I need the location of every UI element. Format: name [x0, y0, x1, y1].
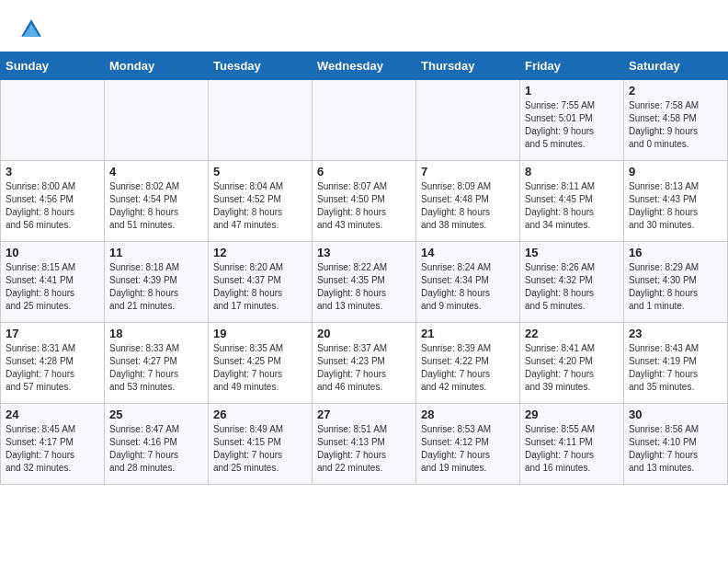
- day-number: 18: [109, 327, 203, 340]
- day-info: Sunrise: 8:04 AM Sunset: 4:52 PM Dayligh…: [213, 180, 307, 232]
- weekday-header-tuesday: Tuesday: [209, 52, 313, 80]
- day-info: Sunrise: 8:07 AM Sunset: 4:50 PM Dayligh…: [317, 180, 411, 232]
- logo-icon: [18, 17, 44, 42]
- day-number: 13: [317, 246, 411, 259]
- weekday-header-row: SundayMondayTuesdayWednesdayThursdayFrid…: [1, 52, 728, 80]
- calendar-cell: 12Sunrise: 8:20 AM Sunset: 4:37 PM Dayli…: [209, 242, 313, 323]
- day-number: 7: [421, 165, 515, 178]
- calendar-cell: 21Sunrise: 8:39 AM Sunset: 4:22 PM Dayli…: [416, 323, 520, 404]
- calendar-week-1: 1Sunrise: 7:55 AM Sunset: 5:01 PM Daylig…: [1, 80, 728, 161]
- calendar-cell: 24Sunrise: 8:45 AM Sunset: 4:17 PM Dayli…: [1, 404, 105, 485]
- day-info: Sunrise: 8:15 AM Sunset: 4:41 PM Dayligh…: [6, 261, 99, 313]
- calendar-cell: 23Sunrise: 8:43 AM Sunset: 4:19 PM Dayli…: [624, 323, 728, 404]
- calendar-body: 1Sunrise: 7:55 AM Sunset: 5:01 PM Daylig…: [1, 80, 728, 485]
- day-info: Sunrise: 8:09 AM Sunset: 4:48 PM Dayligh…: [421, 180, 515, 232]
- calendar-cell: 14Sunrise: 8:24 AM Sunset: 4:34 PM Dayli…: [416, 242, 520, 323]
- day-number: 23: [629, 327, 722, 340]
- day-info: Sunrise: 8:49 AM Sunset: 4:15 PM Dayligh…: [213, 423, 307, 475]
- day-info: Sunrise: 8:24 AM Sunset: 4:34 PM Dayligh…: [421, 261, 515, 313]
- day-number: 25: [109, 408, 203, 421]
- logo: [18, 17, 48, 42]
- weekday-header-thursday: Thursday: [416, 52, 520, 80]
- calendar-cell: 10Sunrise: 8:15 AM Sunset: 4:41 PM Dayli…: [1, 242, 105, 323]
- calendar-cell: 20Sunrise: 8:37 AM Sunset: 4:23 PM Dayli…: [313, 323, 416, 404]
- day-number: 12: [213, 246, 307, 259]
- calendar-cell: [416, 80, 520, 161]
- calendar-cell: 4Sunrise: 8:02 AM Sunset: 4:54 PM Daylig…: [105, 161, 209, 242]
- calendar-cell: 17Sunrise: 8:31 AM Sunset: 4:28 PM Dayli…: [1, 323, 105, 404]
- day-number: 6: [317, 165, 411, 178]
- day-number: 27: [317, 408, 411, 421]
- day-number: 17: [6, 327, 99, 340]
- day-number: 11: [109, 246, 203, 259]
- day-info: Sunrise: 8:26 AM Sunset: 4:32 PM Dayligh…: [525, 261, 619, 313]
- day-info: Sunrise: 8:39 AM Sunset: 4:22 PM Dayligh…: [421, 342, 515, 394]
- day-info: Sunrise: 8:56 AM Sunset: 4:10 PM Dayligh…: [629, 423, 722, 475]
- calendar-cell: 1Sunrise: 7:55 AM Sunset: 5:01 PM Daylig…: [520, 80, 624, 161]
- day-info: Sunrise: 7:55 AM Sunset: 5:01 PM Dayligh…: [525, 99, 619, 151]
- calendar-cell: 5Sunrise: 8:04 AM Sunset: 4:52 PM Daylig…: [209, 161, 313, 242]
- day-number: 24: [6, 408, 99, 421]
- day-number: 9: [629, 165, 722, 178]
- day-info: Sunrise: 8:00 AM Sunset: 4:56 PM Dayligh…: [6, 180, 99, 232]
- day-info: Sunrise: 8:33 AM Sunset: 4:27 PM Dayligh…: [109, 342, 203, 394]
- day-info: Sunrise: 8:11 AM Sunset: 4:45 PM Dayligh…: [525, 180, 619, 232]
- calendar-cell: [209, 80, 313, 161]
- calendar-cell: 28Sunrise: 8:53 AM Sunset: 4:12 PM Dayli…: [416, 404, 520, 485]
- day-info: Sunrise: 8:02 AM Sunset: 4:54 PM Dayligh…: [109, 180, 203, 232]
- day-info: Sunrise: 8:29 AM Sunset: 4:30 PM Dayligh…: [629, 261, 722, 313]
- weekday-header-sunday: Sunday: [1, 52, 105, 80]
- day-number: 3: [6, 165, 99, 178]
- day-info: Sunrise: 7:58 AM Sunset: 4:58 PM Dayligh…: [629, 99, 722, 151]
- day-number: 22: [525, 327, 619, 340]
- calendar-cell: 7Sunrise: 8:09 AM Sunset: 4:48 PM Daylig…: [416, 161, 520, 242]
- calendar-cell: 2Sunrise: 7:58 AM Sunset: 4:58 PM Daylig…: [624, 80, 728, 161]
- calendar-cell: 29Sunrise: 8:55 AM Sunset: 4:11 PM Dayli…: [520, 404, 624, 485]
- calendar-cell: 25Sunrise: 8:47 AM Sunset: 4:16 PM Dayli…: [105, 404, 209, 485]
- day-number: 14: [421, 246, 515, 259]
- day-info: Sunrise: 8:13 AM Sunset: 4:43 PM Dayligh…: [629, 180, 722, 232]
- weekday-header-wednesday: Wednesday: [313, 52, 416, 80]
- day-number: 5: [213, 165, 307, 178]
- calendar-cell: [313, 80, 416, 161]
- calendar-cell: 6Sunrise: 8:07 AM Sunset: 4:50 PM Daylig…: [313, 161, 416, 242]
- calendar-cell: 15Sunrise: 8:26 AM Sunset: 4:32 PM Dayli…: [520, 242, 624, 323]
- day-info: Sunrise: 8:22 AM Sunset: 4:35 PM Dayligh…: [317, 261, 411, 313]
- calendar-cell: 11Sunrise: 8:18 AM Sunset: 4:39 PM Dayli…: [105, 242, 209, 323]
- calendar-cell: 8Sunrise: 8:11 AM Sunset: 4:45 PM Daylig…: [520, 161, 624, 242]
- calendar-week-5: 24Sunrise: 8:45 AM Sunset: 4:17 PM Dayli…: [1, 404, 728, 485]
- day-number: 8: [525, 165, 619, 178]
- day-number: 20: [317, 327, 411, 340]
- calendar-cell: 26Sunrise: 8:49 AM Sunset: 4:15 PM Dayli…: [209, 404, 313, 485]
- calendar-week-3: 10Sunrise: 8:15 AM Sunset: 4:41 PM Dayli…: [1, 242, 728, 323]
- day-info: Sunrise: 8:55 AM Sunset: 4:11 PM Dayligh…: [525, 423, 619, 475]
- calendar-cell: 18Sunrise: 8:33 AM Sunset: 4:27 PM Dayli…: [105, 323, 209, 404]
- calendar-cell: 22Sunrise: 8:41 AM Sunset: 4:20 PM Dayli…: [520, 323, 624, 404]
- day-number: 29: [525, 408, 619, 421]
- day-info: Sunrise: 8:47 AM Sunset: 4:16 PM Dayligh…: [109, 423, 203, 475]
- day-number: 30: [629, 408, 722, 421]
- day-number: 10: [6, 246, 99, 259]
- weekday-header-saturday: Saturday: [624, 52, 728, 80]
- calendar-cell: 3Sunrise: 8:00 AM Sunset: 4:56 PM Daylig…: [1, 161, 105, 242]
- day-info: Sunrise: 8:51 AM Sunset: 4:13 PM Dayligh…: [317, 423, 411, 475]
- calendar-cell: 13Sunrise: 8:22 AM Sunset: 4:35 PM Dayli…: [313, 242, 416, 323]
- day-number: 16: [629, 246, 722, 259]
- calendar-cell: [1, 80, 105, 161]
- calendar-cell: [105, 80, 209, 161]
- day-info: Sunrise: 8:43 AM Sunset: 4:19 PM Dayligh…: [629, 342, 722, 394]
- calendar-cell: 27Sunrise: 8:51 AM Sunset: 4:13 PM Dayli…: [313, 404, 416, 485]
- calendar-cell: 19Sunrise: 8:35 AM Sunset: 4:25 PM Dayli…: [209, 323, 313, 404]
- day-number: 26: [213, 408, 307, 421]
- weekday-header-friday: Friday: [520, 52, 624, 80]
- page-header: [0, 0, 728, 52]
- calendar-week-2: 3Sunrise: 8:00 AM Sunset: 4:56 PM Daylig…: [1, 161, 728, 242]
- day-number: 15: [525, 246, 619, 259]
- calendar-cell: 16Sunrise: 8:29 AM Sunset: 4:30 PM Dayli…: [624, 242, 728, 323]
- day-info: Sunrise: 8:18 AM Sunset: 4:39 PM Dayligh…: [109, 261, 203, 313]
- day-info: Sunrise: 8:35 AM Sunset: 4:25 PM Dayligh…: [213, 342, 307, 394]
- day-number: 2: [629, 84, 722, 98]
- day-number: 1: [525, 84, 619, 98]
- day-info: Sunrise: 8:20 AM Sunset: 4:37 PM Dayligh…: [213, 261, 307, 313]
- day-info: Sunrise: 8:41 AM Sunset: 4:20 PM Dayligh…: [525, 342, 619, 394]
